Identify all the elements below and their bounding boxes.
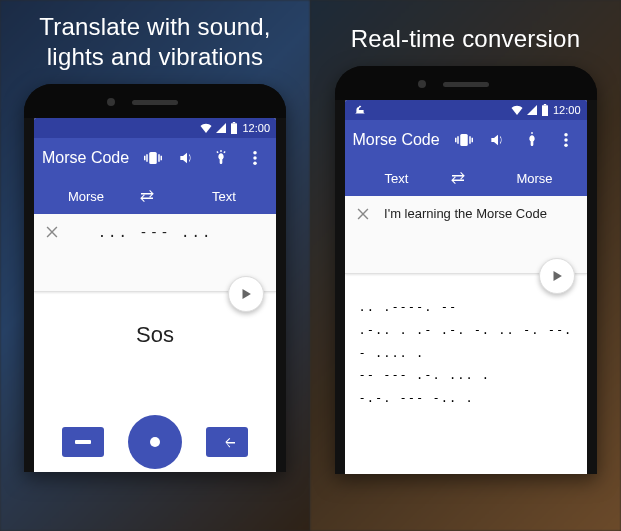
svg-rect-5 xyxy=(158,154,160,162)
svg-rect-6 xyxy=(161,156,163,161)
app-bar: Morse Code xyxy=(34,138,276,178)
status-time: 12:00 xyxy=(553,104,581,116)
phone-speaker xyxy=(132,100,178,105)
phone-frame: 12:00 Morse Code Morse xyxy=(24,84,286,472)
svg-rect-3 xyxy=(146,154,148,162)
svg-point-7 xyxy=(253,151,257,155)
svg-rect-16 xyxy=(455,138,457,143)
svg-rect-13 xyxy=(544,104,546,105)
input-card: ... --- ... xyxy=(34,214,276,292)
morse-keypad xyxy=(34,402,276,472)
app-title: Morse Code xyxy=(353,131,443,149)
tab-morse[interactable]: Morse xyxy=(34,189,138,204)
translation-output: .. .----. -- .-.. . .- .-. -. .. -. --. … xyxy=(345,274,587,474)
phone-camera xyxy=(418,80,426,88)
android-status-bar: 12:00 xyxy=(34,118,276,138)
input-card: I'm learning the Morse Code xyxy=(345,196,587,274)
svg-point-21 xyxy=(564,144,568,148)
svg-rect-2 xyxy=(149,152,157,164)
app-title: Morse Code xyxy=(42,149,132,167)
phone-speaker xyxy=(443,82,489,87)
phone-screen: 12:00 Morse Code Morse xyxy=(34,118,276,472)
battery-icon xyxy=(541,104,549,116)
tab-morse[interactable]: Morse xyxy=(483,171,587,186)
wifi-icon xyxy=(511,105,523,115)
battery-icon xyxy=(230,122,238,134)
translation-output: Sos xyxy=(34,292,276,402)
text-input-field[interactable]: I'm learning the Morse Code xyxy=(345,196,587,247)
phone-camera xyxy=(107,98,115,106)
svg-point-19 xyxy=(564,133,568,137)
flashlight-button[interactable] xyxy=(208,145,234,171)
vibration-button[interactable] xyxy=(140,145,166,171)
phone-frame: 12:00 Morse Code Text xyxy=(335,66,597,474)
dot-button[interactable] xyxy=(128,415,182,469)
svg-rect-15 xyxy=(457,136,459,144)
svg-rect-0 xyxy=(231,123,237,134)
status-time: 12:00 xyxy=(242,122,270,134)
marketing-headline: Real-time conversion xyxy=(310,0,621,60)
sound-button[interactable] xyxy=(174,145,200,171)
signal-icon xyxy=(527,105,537,115)
sound-button[interactable] xyxy=(485,127,511,153)
tab-text[interactable]: Text xyxy=(172,189,276,204)
svg-rect-12 xyxy=(542,105,548,116)
app-bar: Morse Code xyxy=(345,120,587,160)
svg-rect-1 xyxy=(233,122,235,123)
swap-button[interactable] xyxy=(449,172,483,184)
svg-point-11 xyxy=(150,437,160,447)
swap-button[interactable] xyxy=(138,190,172,202)
svg-point-8 xyxy=(253,156,257,160)
mode-tabs: Morse Text xyxy=(34,178,276,214)
svg-point-9 xyxy=(253,162,257,166)
marketing-headline: Translate with sound, lights and vibrati… xyxy=(0,0,310,78)
backspace-button[interactable] xyxy=(206,427,248,457)
svg-rect-4 xyxy=(144,156,146,161)
flashlight-button[interactable] xyxy=(519,127,545,153)
svg-rect-18 xyxy=(471,138,473,143)
overflow-menu-button[interactable] xyxy=(242,145,268,171)
svg-rect-17 xyxy=(469,136,471,144)
svg-rect-14 xyxy=(460,134,468,146)
vibration-button[interactable] xyxy=(451,127,477,153)
android-status-bar: 12:00 xyxy=(345,100,587,120)
notification-icon xyxy=(355,104,365,116)
morse-input-field[interactable]: ... --- ... xyxy=(34,214,276,266)
wifi-icon xyxy=(200,123,212,133)
signal-icon xyxy=(216,123,226,133)
tab-text[interactable]: Text xyxy=(345,171,449,186)
clear-input-button[interactable] xyxy=(40,220,64,244)
dash-button[interactable] xyxy=(62,427,104,457)
phone-screen: 12:00 Morse Code Text xyxy=(345,100,587,474)
play-button[interactable] xyxy=(539,258,575,294)
clear-input-button[interactable] xyxy=(351,202,375,226)
mode-tabs: Text Morse xyxy=(345,160,587,196)
svg-point-20 xyxy=(564,138,568,142)
svg-rect-10 xyxy=(75,440,91,444)
overflow-menu-button[interactable] xyxy=(553,127,579,153)
